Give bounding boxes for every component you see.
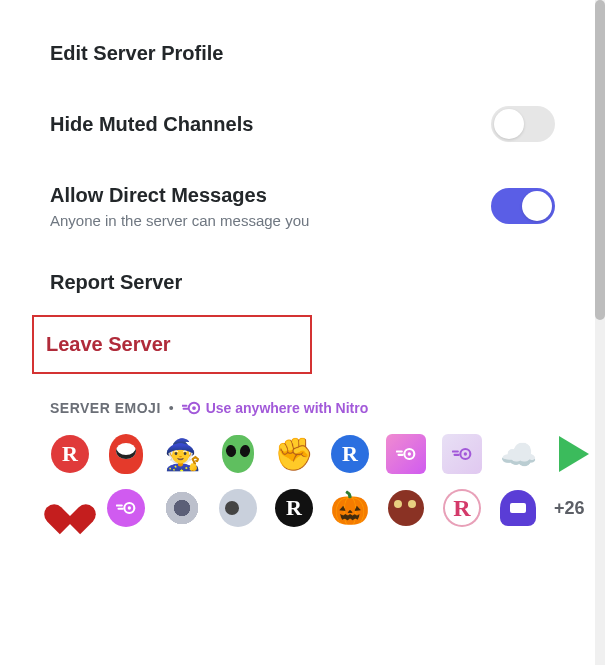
emoji-pixel-heart[interactable] bbox=[50, 488, 90, 528]
report-server-label: Report Server bbox=[50, 269, 555, 295]
svg-point-3 bbox=[408, 452, 411, 455]
emoji-r-blue[interactable]: R bbox=[330, 434, 370, 474]
allow-dm-subtitle: Anyone in the server can message you bbox=[50, 212, 309, 229]
emoji-astro[interactable] bbox=[218, 488, 258, 528]
emoji-nitro-pink[interactable] bbox=[386, 434, 426, 474]
emoji-wizard[interactable]: 🧙 bbox=[162, 434, 202, 474]
emoji-blob-dark[interactable] bbox=[386, 488, 426, 528]
emoji-alien[interactable] bbox=[218, 434, 258, 474]
emoji-r-pink[interactable]: R bbox=[442, 488, 482, 528]
emoji-nitro-ring[interactable] bbox=[162, 488, 202, 528]
hide-muted-channels-label: Hide Muted Channels bbox=[50, 111, 253, 137]
emoji-nitro-white[interactable] bbox=[442, 434, 482, 474]
nitro-icon bbox=[182, 401, 200, 415]
emoji-row: R 🧙 ✊ R ☁️ bbox=[50, 434, 555, 474]
emoji-row: R 🎃 R +26 bbox=[50, 488, 555, 528]
separator-dot: • bbox=[169, 400, 174, 416]
svg-point-1 bbox=[192, 406, 196, 410]
toggle-knob bbox=[494, 109, 524, 139]
hide-muted-channels-item[interactable]: Hide Muted Channels bbox=[50, 86, 555, 162]
emoji-nitro-circle[interactable] bbox=[106, 488, 146, 528]
scrollbar-track[interactable] bbox=[595, 0, 605, 665]
toggle-knob bbox=[522, 191, 552, 221]
edit-server-profile-label: Edit Server Profile bbox=[50, 40, 555, 66]
allow-dm-toggle[interactable] bbox=[491, 188, 555, 224]
emoji-more-count[interactable]: +26 bbox=[554, 498, 585, 519]
edit-server-profile-item[interactable]: Edit Server Profile bbox=[50, 20, 555, 86]
emoji-gem[interactable] bbox=[498, 488, 538, 528]
emoji-r-black[interactable]: R bbox=[274, 488, 314, 528]
leave-server-item[interactable]: Leave Server bbox=[32, 315, 312, 374]
scrollbar-thumb[interactable] bbox=[595, 0, 605, 320]
emoji-fist[interactable]: ✊ bbox=[274, 434, 314, 474]
svg-point-7 bbox=[128, 506, 131, 509]
server-emoji-title: SERVER EMOJI bbox=[50, 400, 161, 416]
allow-direct-messages-item[interactable]: Allow Direct Messages Anyone in the serv… bbox=[50, 162, 555, 249]
emoji-cloud[interactable]: ☁️ bbox=[498, 434, 538, 474]
server-emoji-header: SERVER EMOJI • Use anywhere with Nitro bbox=[50, 400, 555, 416]
leave-server-label: Leave Server bbox=[46, 333, 298, 356]
emoji-blob-red[interactable] bbox=[106, 434, 146, 474]
emoji-grid: R 🧙 ✊ R ☁️ R 🎃 R +26 bbox=[50, 434, 555, 528]
emoji-play[interactable] bbox=[554, 434, 594, 474]
report-server-item[interactable]: Report Server bbox=[50, 249, 555, 315]
hide-muted-toggle[interactable] bbox=[491, 106, 555, 142]
emoji-r-red[interactable]: R bbox=[50, 434, 90, 474]
emoji-pumpkin[interactable]: 🎃 bbox=[330, 488, 370, 528]
nitro-promo[interactable]: Use anywhere with Nitro bbox=[182, 400, 369, 416]
allow-dm-label: Allow Direct Messages bbox=[50, 182, 309, 208]
nitro-promo-text: Use anywhere with Nitro bbox=[206, 400, 369, 416]
svg-point-5 bbox=[464, 452, 467, 455]
